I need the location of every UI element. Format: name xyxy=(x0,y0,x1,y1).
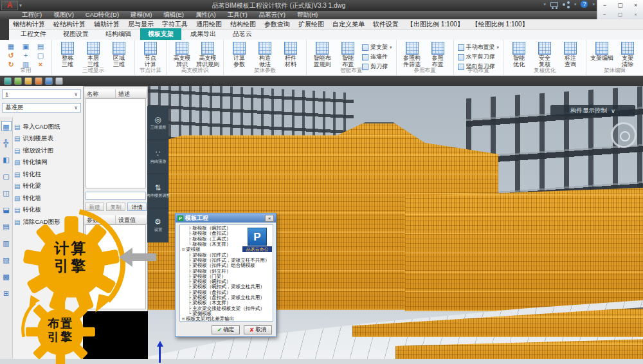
side-tool-icon[interactable]: ▩ xyxy=(1,271,12,282)
doc-close-button[interactable]: × xyxy=(634,12,637,17)
toolbar-tab[interactable]: 辅助计算 xyxy=(94,20,120,29)
toolbar-tab[interactable]: 字符工具 xyxy=(162,20,188,29)
cad-command-item[interactable]: ▤ 转化柱 xyxy=(14,170,82,179)
tree-item[interactable]: ├ 梁模板（盘扣式） xyxy=(180,290,273,295)
ribbon-button[interactable]: 高支模 辨识 xyxy=(170,42,194,68)
cad-command-item[interactable]: ▤ 导入CAD图纸 xyxy=(14,122,82,131)
ribbon-button[interactable]: 区域 三维 xyxy=(107,42,131,68)
menu-item[interactable]: CAD转化(D) xyxy=(86,11,119,19)
menu-item[interactable]: 工程(F) xyxy=(22,11,42,19)
tree-node-marker[interactable]: ├ xyxy=(188,269,191,274)
common-tool-icon[interactable]: ↺ xyxy=(4,51,18,60)
tree-node-marker[interactable]: ├ xyxy=(188,306,191,311)
tree-item[interactable]: ├ 梁模板（碗扣式） xyxy=(180,279,273,284)
doc-minimize-button[interactable]: − xyxy=(603,12,606,17)
ribbon-button[interactable]: 支架编辑 xyxy=(590,42,613,62)
ribbon-button[interactable]: 参照 布置 xyxy=(426,42,449,68)
dialog-close-icon[interactable]: × xyxy=(265,215,274,222)
ribbon-button[interactable]: 智能布 置规则 xyxy=(311,42,334,68)
ribbon-button[interactable]: 安全 复核 xyxy=(533,42,556,68)
ribbon-small-button[interactable]: 梁支架 xyxy=(362,43,392,51)
floor-dropdown[interactable]: 1∨ xyxy=(2,89,81,99)
viewport-tool-button[interactable]: ∵ 自由漫游 xyxy=(147,140,168,174)
tree-item[interactable]: ├ 主次梁交接处模板支架（扣件式） xyxy=(180,305,273,311)
common-tool-icon[interactable]: ▦ xyxy=(4,42,18,51)
ribbon-tab[interactable]: 模板支架 xyxy=(140,28,181,40)
help-icon[interactable]: ? xyxy=(581,1,588,8)
side-tool-icon[interactable]: ▦ xyxy=(1,121,12,131)
tree-item[interactable]: ⊞ 模板支架对比差异输出 xyxy=(180,316,273,322)
tree-item[interactable]: ├ 梁模板（碗扣式，梁板立柱共用） xyxy=(180,284,273,289)
ribbon-tab[interactable]: 视图设置 xyxy=(55,28,96,40)
toolbar-tab[interactable]: 结构绘图 xyxy=(230,20,256,29)
ribbon-button[interactable]: 参照构 件筛选 xyxy=(401,42,424,68)
tree-item[interactable]: ├ 梁模板（扣件式） xyxy=(180,252,273,257)
tree-node-marker[interactable]: ├ xyxy=(188,290,191,295)
side-tool-icon[interactable]: ▢ xyxy=(1,171,12,181)
tree-node-marker[interactable]: ├ xyxy=(188,300,191,305)
tree-item[interactable]: ├ 梁模板（斜立杆） xyxy=(180,268,273,273)
ribbon-button[interactable]: 杆件 材料 xyxy=(279,42,302,68)
side-tool-icon[interactable]: ▨ xyxy=(1,255,12,265)
close-button[interactable]: × xyxy=(634,2,637,8)
caret-icon[interactable]: ▾ xyxy=(592,2,595,7)
menu-item[interactable]: 视图(V) xyxy=(53,11,74,19)
ribbon-button[interactable]: 标注 查询 xyxy=(559,42,582,68)
menu-item[interactable]: 品茗云(Y) xyxy=(259,11,285,19)
ribbon-button[interactable]: 支架 清除 xyxy=(616,42,639,68)
minimize-button[interactable]: − xyxy=(603,2,606,8)
quick-icon-6[interactable] xyxy=(55,77,63,85)
tree-node-marker[interactable]: ⊟ xyxy=(182,247,185,252)
cancel-button[interactable]: ✘ 取消 xyxy=(244,325,272,334)
menu-item[interactable]: 属性(A) xyxy=(195,11,216,19)
column-header-desc[interactable]: 描述 xyxy=(116,89,147,98)
toolbar-tab[interactable]: 通用绘图 xyxy=(196,20,222,29)
app-logo-icon[interactable]: A xyxy=(1,1,18,10)
cad-command-item[interactable]: ▤ 缩放设计图 xyxy=(14,146,82,155)
menu-item[interactable]: 建模(M) xyxy=(131,11,152,19)
menu-item[interactable]: 帮助(H) xyxy=(297,11,318,19)
toolbar-tab[interactable]: 层与显示 xyxy=(128,20,154,29)
cad-command-item[interactable]: ▤ 识别楼层表 xyxy=(14,134,82,143)
tree-node-marker[interactable]: ├ xyxy=(188,295,191,300)
tree-node-marker[interactable]: ⊞ xyxy=(182,316,185,322)
viewport-tool-button[interactable]: ⇅ 构件楼层调整 xyxy=(147,174,168,208)
tree-node-marker[interactable]: ├ xyxy=(188,284,191,289)
column-header-name[interactable]: 名称 xyxy=(84,89,116,98)
share-icon[interactable] xyxy=(563,1,570,8)
view-navigation-widget[interactable] xyxy=(611,122,637,148)
quick-icon-4[interactable] xyxy=(35,77,42,85)
tree-node-marker[interactable]: ├ xyxy=(188,279,191,284)
doc-restore-button[interactable]: ▢ xyxy=(618,12,623,17)
toolbar-tab[interactable]: 【绘图比例 1:100】 xyxy=(472,20,529,29)
menu-item[interactable]: 编辑(E) xyxy=(163,11,184,19)
layer-dropdown[interactable]: 基准层∨ xyxy=(2,103,81,113)
component-display-control[interactable]: 构件显示控制 ∨ xyxy=(550,105,635,116)
ribbon-button[interactable]: 高支模 辨识规则 xyxy=(196,42,219,68)
ribbon-button[interactable]: 智能 布置 xyxy=(336,42,359,68)
ribbon-button[interactable]: 计算 参数 xyxy=(228,42,251,68)
tree-node-marker[interactable]: ├ xyxy=(188,274,191,279)
tree-node-marker[interactable]: ├ xyxy=(188,258,191,263)
ribbon-button[interactable]: 本层 三维 xyxy=(82,42,105,68)
ribbon-small-button[interactable]: 水平剪刀撑 xyxy=(458,53,500,61)
ribbon-tab[interactable]: 成果导出 xyxy=(183,28,224,40)
tree-node-marker[interactable]: ├ xyxy=(188,253,191,258)
ribbon-tab[interactable]: 工程文件 xyxy=(13,28,54,40)
tree-item[interactable]: ├ 梁模板（盘扣式，梁板立柱共用） xyxy=(180,295,273,300)
quick-icon-3[interactable] xyxy=(24,77,32,85)
menu-item[interactable]: 工具(T) xyxy=(228,11,248,19)
tree-item[interactable]: ├ 梁模板（木支撑） xyxy=(180,300,273,305)
tree-item[interactable]: ├ 梁模板（门架） xyxy=(180,274,273,279)
cart-icon[interactable] xyxy=(550,2,558,7)
viewport-tool-button[interactable]: ⚙ 设置 xyxy=(147,208,168,242)
toolbar-tab[interactable]: 砼结构计算 xyxy=(53,20,86,29)
common-tool-icon[interactable]: + xyxy=(19,51,33,60)
dialog-title-bar[interactable]: P 模板工程 × xyxy=(176,214,276,223)
ribbon-tab[interactable]: 结构编辑 xyxy=(98,28,139,40)
ribbon-small-button[interactable]: 手动布置梁 xyxy=(458,43,500,51)
side-tool-icon[interactable]: ⬓ xyxy=(1,205,12,215)
logo-caret-icon[interactable]: ▾ xyxy=(19,3,22,8)
maximize-button[interactable]: ▢ xyxy=(617,2,623,8)
side-tool-icon[interactable]: ▤ xyxy=(1,221,12,232)
